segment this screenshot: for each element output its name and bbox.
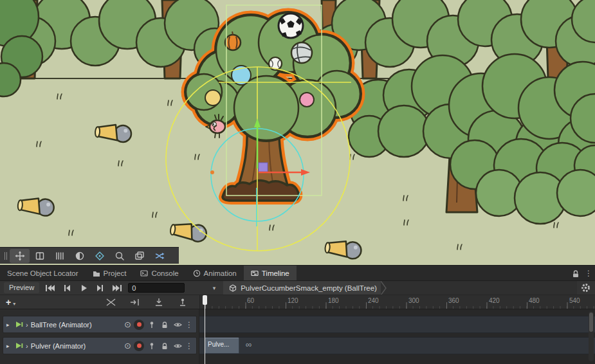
ruler-label: 60 — [247, 297, 254, 304]
ruler-label: 540 — [569, 297, 580, 304]
previous-frame-button[interactable] — [59, 282, 75, 294]
breadcrumb-label: PulverCucumberSmack_empty (BallTree) — [241, 284, 377, 292]
track-menu-kebab-icon[interactable]: ⋮ — [185, 320, 193, 329]
ruler-label: 120 — [288, 297, 298, 304]
tab-menu-kebab-icon[interactable]: ⋮ — [585, 269, 592, 278]
ruler-label: 240 — [368, 297, 379, 304]
foldout-icon[interactable]: ▸ — [6, 343, 12, 349]
tracks-scrollbar[interactable] — [589, 311, 594, 361]
mix-mode-button[interactable] — [105, 296, 118, 308]
shuffle-icon — [154, 251, 165, 261]
track-header-balltree[interactable]: ▸ › BallTree (Animator) ⊙ ⋮ — [3, 316, 197, 333]
track-lane[interactable] — [199, 337, 595, 354]
track-arrow-icon: › — [26, 342, 28, 350]
tab-label: Project — [104, 269, 127, 277]
next-frame-button[interactable] — [93, 282, 108, 294]
layers-icon — [134, 251, 145, 261]
goto-start-icon — [45, 284, 55, 292]
toolbar-drag-handle[interactable] — [2, 249, 10, 263]
timeline-icon — [251, 269, 259, 277]
timeline-ruler[interactable]: 60 120 180 240 300 360 420 480 540 — [199, 295, 595, 309]
sphere-tool-button[interactable] — [69, 249, 89, 263]
layers-tool-button[interactable] — [129, 249, 149, 263]
tab-scene-object-locator[interactable]: Scene Object Locator — [0, 266, 86, 280]
timeline-toolbar: + ▾ 60 120 180 240 — [0, 295, 595, 309]
edit-modes — [105, 295, 189, 309]
transport-controls — [42, 282, 125, 294]
visibility-button[interactable] — [172, 341, 183, 351]
pin-button[interactable] — [147, 320, 157, 330]
visibility-button[interactable] — [172, 320, 183, 330]
eye-icon — [174, 342, 182, 350]
caret-down-icon: ▾ — [13, 301, 15, 307]
lock-icon — [161, 342, 169, 350]
volleyball-sprite — [291, 42, 312, 63]
tab-project[interactable]: Project — [86, 266, 134, 280]
next-frame-icon — [96, 284, 105, 292]
lock-button[interactable] — [160, 341, 170, 351]
scene-canvas[interactable] — [0, 0, 595, 265]
foldout-icon[interactable]: ▸ — [6, 322, 12, 328]
record-button[interactable] — [134, 320, 144, 330]
console-icon — [140, 269, 148, 277]
ruler-label: 180 — [328, 297, 339, 304]
goto-end-button[interactable] — [109, 282, 125, 294]
object-picker-icon[interactable]: ⊙ — [124, 341, 131, 350]
timeline-settings-button[interactable] — [577, 281, 594, 295]
record-dot — [137, 343, 142, 348]
record-button[interactable] — [134, 341, 144, 351]
track-menu-kebab-icon[interactable]: ⋮ — [185, 341, 193, 350]
rect-tool-button[interactable] — [30, 249, 50, 263]
magnifier-icon — [114, 251, 125, 261]
lock-icon[interactable] — [572, 269, 580, 278]
gear-icon — [581, 283, 590, 293]
animation-track-icon — [15, 341, 23, 350]
scrollbar-thumb[interactable] — [589, 313, 593, 332]
play-button[interactable] — [76, 282, 91, 294]
track-header-pulver[interactable]: ▸ › Pulver (Animator) ⊙ ⋮ — [3, 337, 197, 354]
frame-field[interactable]: 0 — [128, 283, 185, 293]
tab-label: Console — [151, 269, 178, 277]
previous-frame-icon — [62, 284, 71, 292]
add-track-button[interactable]: + ▾ — [6, 298, 15, 307]
timeline-toolbar-left: + ▾ — [0, 295, 199, 309]
rect-tool-icon — [35, 251, 45, 261]
scene-viewport[interactable] — [0, 0, 595, 265]
animation-track-icon — [15, 320, 23, 329]
tab-label: Scene Object Locator — [7, 269, 78, 277]
tab-animation[interactable]: Animation — [186, 266, 244, 280]
marker-toggle-button[interactable] — [176, 296, 189, 308]
pin-button[interactable] — [147, 341, 157, 351]
tab-console[interactable]: Console — [133, 266, 185, 280]
goto-start-button[interactable] — [42, 282, 58, 294]
playhead-handle[interactable] — [203, 295, 207, 305]
preview-toggle-button[interactable]: Preview — [4, 282, 39, 293]
ruler-label: 300 — [408, 297, 419, 304]
editor-window: Scene Object Locator Project Console Ani… — [0, 0, 595, 364]
record-dot — [137, 322, 142, 327]
shuffle-tool-button[interactable] — [149, 249, 169, 263]
soccer-ball-sprite[interactable] — [279, 14, 303, 38]
plus-icon: + — [6, 298, 11, 307]
grid-tool-button[interactable] — [50, 249, 69, 263]
track-name: BallTree (Animator) — [31, 321, 92, 329]
replace-mode-button[interactable] — [152, 296, 165, 308]
playrange-dropdown-icon[interactable]: ▾ — [209, 285, 219, 291]
mix-mode-icon — [105, 298, 117, 307]
lock-button[interactable] — [160, 320, 170, 330]
ruler-label: 360 — [448, 297, 459, 304]
axis-tool-button[interactable] — [89, 249, 109, 263]
zoom-tool-button[interactable] — [109, 249, 129, 263]
tab-timeline[interactable]: Timeline — [244, 266, 297, 280]
move-tool-button[interactable] — [10, 249, 30, 263]
timeline-tracks-area: ▸ › BallTree (Animator) ⊙ ⋮ ▸ › Pulver (… — [0, 309, 595, 364]
breadcrumb-item[interactable]: PulverCucumberSmack_empty (BallTree) — [223, 281, 381, 295]
animation-clip[interactable]: Pulve... — [205, 338, 239, 354]
timeline-playback-bar: Preview 0 ▾ PulverCucumberSmack_empty — [0, 280, 595, 295]
track-lane[interactable] — [199, 316, 595, 333]
playhead[interactable] — [203, 295, 207, 364]
object-picker-icon[interactable]: ⊙ — [124, 320, 131, 329]
ripple-mode-button[interactable] — [129, 296, 142, 308]
eye-icon — [174, 321, 182, 329]
tab-label: Timeline — [262, 269, 289, 277]
